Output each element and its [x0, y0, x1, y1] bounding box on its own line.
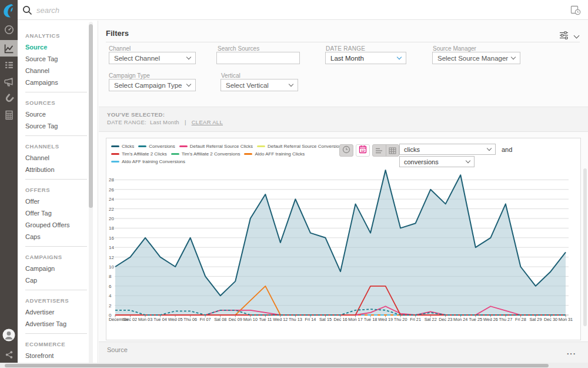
- sidebar-item-source[interactable]: Source: [18, 41, 98, 53]
- svg-text:Mon 17: Mon 17: [348, 317, 362, 322]
- sidebar-item-cap[interactable]: Cap: [25, 274, 87, 286]
- legend-swatch: [244, 153, 252, 155]
- legend-item-aldo-aff-training-conversions[interactable]: Aldo AFF training Conversions: [111, 159, 185, 164]
- svg-text:Fri 28: Fri 28: [515, 317, 526, 322]
- grid-view-icon[interactable]: [386, 145, 399, 156]
- filters-divider: [106, 42, 580, 42]
- separator: |: [185, 119, 186, 125]
- clock-view-button[interactable]: [339, 144, 353, 157]
- date-range-select[interactable]: Last Month: [325, 52, 406, 64]
- svg-text:2: 2: [109, 303, 112, 309]
- sidebar-item-offer[interactable]: Offer: [25, 195, 87, 207]
- rail-item-share[interactable]: [0, 346, 18, 363]
- more-menu-button[interactable]: ···: [567, 352, 576, 356]
- svg-text:Tue 04: Tue 04: [153, 317, 166, 322]
- campaign-type-label: Campaign Type: [109, 72, 150, 79]
- sidebar-item-storefront[interactable]: Storefront: [25, 350, 87, 362]
- sidebar-item-grouped-offers[interactable]: Grouped Offers: [25, 219, 87, 231]
- vertical-scrollbar[interactable]: [583, 168, 587, 326]
- megaphone-icon: [4, 77, 14, 87]
- rail-item-reports[interactable]: [0, 57, 18, 73]
- sidebar-scrollbar[interactable]: [89, 22, 93, 364]
- rail-item-calculator[interactable]: [0, 107, 18, 123]
- svg-text:12: 12: [361, 149, 365, 152]
- channel-label: Channel: [109, 45, 131, 52]
- svg-text:Sat 08: Sat 08: [214, 317, 226, 322]
- svg-text:Fri 14: Fri 14: [305, 317, 316, 322]
- svg-text:16: 16: [109, 236, 114, 241]
- clock-icon: [342, 145, 350, 156]
- filter-settings-icon[interactable]: [559, 31, 569, 42]
- legend-item-conversions[interactable]: Conversions: [138, 144, 175, 149]
- channel-select[interactable]: Select Channel: [109, 52, 196, 64]
- rail-item-profile[interactable]: [0, 327, 18, 343]
- calculator-icon: [4, 110, 14, 120]
- legend-item-clicks[interactable]: Clicks: [111, 144, 134, 149]
- chevron-down-icon: [289, 82, 293, 87]
- horizontal-scrollbar[interactable]: [0, 363, 588, 368]
- sidebar-item-offer-tag[interactable]: Offer Tag: [25, 207, 87, 219]
- filters-title: Filters: [106, 29, 129, 38]
- sidebar-item-channel[interactable]: Channel: [25, 152, 87, 164]
- view-toggle-group: [372, 144, 399, 157]
- metric-secondary-select[interactable]: conversions: [399, 156, 475, 167]
- sidebar-item-channel[interactable]: Channel: [18, 65, 98, 77]
- filters-panel: Filters Channel Select Channel Search So…: [99, 21, 588, 107]
- rail-item-analytics[interactable]: [0, 40, 18, 57]
- svg-text:Thu 13: Thu 13: [289, 317, 302, 322]
- legend-label: Tim's Affiliate 2 Clicks: [122, 151, 167, 157]
- sidebar-section-campaigns: CAMPAIGNS: [25, 250, 87, 263]
- list-view-icon[interactable]: [373, 145, 386, 156]
- vertical-select[interactable]: Select Vertical: [220, 79, 298, 91]
- sidebar-item-advertiser-tag[interactable]: Advertiser Tag: [25, 318, 87, 330]
- svg-text:Dec 09: Dec 09: [229, 317, 242, 322]
- collapse-filters-chevron-icon[interactable]: [574, 33, 580, 39]
- sidebar-item-advertiser[interactable]: Advertiser: [25, 306, 87, 318]
- app-logo[interactable]: [0, 2, 18, 19]
- horizontal-scrollbar-thumb[interactable]: [5, 364, 549, 367]
- sidebar-item-source-tag[interactable]: Source Tag: [25, 120, 87, 132]
- sidebar-item-campaigns[interactable]: Campaigns: [18, 77, 98, 88]
- date-range-label: DATE RANGE: [326, 45, 365, 52]
- legend-item-tim-s-affiliate-2-conversions[interactable]: Tim's Affiliate 2 Conversions: [171, 151, 240, 157]
- sidebar-item-source[interactable]: Source: [25, 108, 87, 120]
- search-input[interactable]: [35, 3, 388, 17]
- sidebar-item-attribution[interactable]: Attribution: [25, 164, 87, 175]
- user-avatar: [2, 329, 15, 342]
- chevron-down-icon: [397, 55, 402, 59]
- legend-item-default-referral-source-clicks[interactable]: Default Referral Source Clicks: [179, 144, 253, 149]
- vertical-label: Vertical: [221, 72, 240, 79]
- rail-item-attribution[interactable]: [0, 90, 18, 107]
- selected-date-range-label: DATE RANGE:: [107, 119, 146, 125]
- legend-item-default-referral-source-conversions[interactable]: Default Referral Source Conversions: [257, 144, 344, 149]
- rail-item-dashboard[interactable]: [0, 21, 18, 38]
- sidebar-scrollbar-thumb[interactable]: [89, 24, 93, 208]
- campaign-type-select[interactable]: Select Campaign Type: [109, 79, 196, 91]
- svg-text:Mon 10: Mon 10: [243, 317, 258, 322]
- sidebar-item-source-tag[interactable]: Source Tag: [18, 53, 98, 65]
- svg-text:Dec 02: Dec 02: [123, 317, 137, 322]
- svg-text:Dec 16: Dec 16: [333, 317, 347, 322]
- sidebar-section-analytics: ANALYTICS: [18, 29, 98, 41]
- legend-swatch: [138, 145, 146, 147]
- svg-text:22: 22: [109, 207, 114, 212]
- chevron-down-icon: [466, 158, 470, 163]
- source-manager-select[interactable]: Select Source Manager: [432, 52, 520, 64]
- search-sources-input[interactable]: [216, 52, 300, 64]
- analytics-chart-icon: [4, 44, 14, 54]
- search-sources-label: Search Sources: [218, 45, 259, 52]
- main-content: Filters Channel Select Channel Search So…: [99, 21, 588, 368]
- svg-text:18: 18: [109, 226, 114, 231]
- sidebar-item-caps[interactable]: Caps: [25, 231, 87, 243]
- rail-item-announcements[interactable]: [0, 74, 18, 90]
- report-title: Source: [107, 346, 128, 353]
- legend-item-tim-s-affiliate-2-clicks[interactable]: Tim's Affiliate 2 Clicks: [111, 151, 167, 157]
- sidebar-item-campaign[interactable]: Campaign: [25, 263, 87, 274]
- metric-primary-select[interactable]: clicks: [399, 144, 496, 155]
- daily-view-button[interactable]: 12: [356, 144, 370, 157]
- legend-label: Default Referral Source Conversions: [268, 144, 344, 149]
- recent-activity-icon[interactable]: [570, 5, 581, 18]
- legend-item-aldo-aff-training-clicks[interactable]: Aldo AFF training Clicks: [244, 151, 305, 157]
- clear-all-link[interactable]: CLEAR ALL: [192, 119, 223, 125]
- legend-swatch: [111, 161, 119, 163]
